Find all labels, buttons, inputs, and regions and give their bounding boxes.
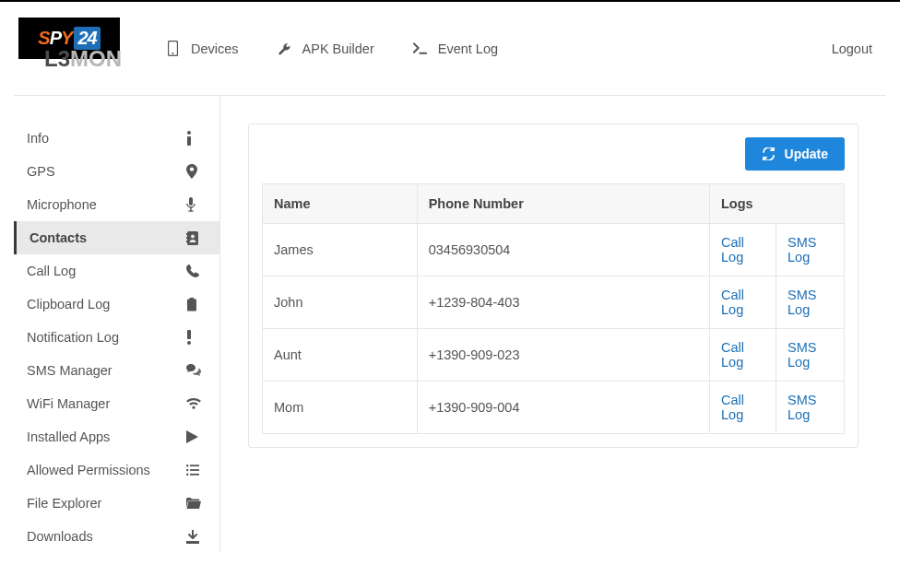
nav-event-log[interactable]: Event Log xyxy=(413,41,498,57)
comments-icon xyxy=(186,364,203,377)
svg-point-23 xyxy=(186,474,188,476)
sidebar-item-label: GPS xyxy=(27,164,55,179)
map-marker-icon xyxy=(186,164,203,179)
sidebar-item-allowed-permissions[interactable]: Allowed Permissions xyxy=(14,453,219,487)
cell-name: John xyxy=(263,276,418,329)
topnav: Devices APK Builder Event Log xyxy=(166,2,537,95)
sidebar-item-label: WiFi Manager xyxy=(27,396,110,411)
header: S P Y 24 L3MON Devices APK Builder Event… xyxy=(14,2,886,96)
nav-devices-label: Devices xyxy=(191,41,239,56)
clipboard-icon xyxy=(186,298,203,312)
svg-rect-25 xyxy=(186,541,199,544)
call-log-link[interactable]: Call Log xyxy=(721,288,744,317)
sidebar-item-installed-apps[interactable]: Installed Apps xyxy=(14,420,219,453)
nav-apk-label: APK Builder xyxy=(302,41,374,56)
sidebar-item-label: Call Log xyxy=(27,264,76,278)
sidebar-item-label: Contacts xyxy=(30,230,87,245)
call-log-link[interactable]: Call Log xyxy=(721,340,744,370)
contacts-card: Update Name Phone Number Logs James 0345… xyxy=(248,123,859,448)
wifi-icon xyxy=(186,398,203,409)
svg-point-5 xyxy=(190,167,194,171)
svg-rect-14 xyxy=(187,299,196,311)
svg-point-17 xyxy=(187,341,191,345)
col-phone: Phone Number xyxy=(417,184,709,224)
sidebar-item-label: File Explorer xyxy=(27,496,101,511)
cell-name: Mom xyxy=(263,382,418,434)
play-icon xyxy=(186,430,203,443)
table-row: John +1239-804-403 Call Log SMS Log xyxy=(263,276,845,329)
sidebar-item-label: Microphone xyxy=(27,197,97,212)
sidebar-item-notification-log[interactable]: Notification Log xyxy=(14,321,219,354)
table-row: Mom +1390-909-004 Call Log SMS Log xyxy=(263,382,845,434)
wrench-icon xyxy=(278,41,291,57)
table-row: Aunt +1390-909-023 Call Log SMS Log xyxy=(263,329,845,382)
svg-rect-12 xyxy=(186,237,188,239)
sidebar-item-clipboard-log[interactable]: Clipboard Log xyxy=(14,288,219,321)
sidebar-item-label: Notification Log xyxy=(27,330,119,345)
sidebar-item-file-explorer[interactable]: File Explorer xyxy=(14,487,219,520)
sidebar-item-microphone[interactable]: Microphone xyxy=(14,188,219,221)
sidebar: Info GPS Microphone Contacts Call Log xyxy=(14,96,220,553)
svg-point-1 xyxy=(172,53,174,54)
update-row: Update xyxy=(262,137,845,171)
svg-point-3 xyxy=(187,131,191,135)
microphone-icon xyxy=(186,197,203,212)
sidebar-item-info[interactable]: Info xyxy=(14,122,219,155)
mobile-icon xyxy=(166,41,180,57)
call-log-link[interactable]: Call Log xyxy=(721,235,744,265)
sms-log-link[interactable]: SMS Log xyxy=(788,288,816,317)
update-button-label: Update xyxy=(785,147,828,161)
folder-open-icon xyxy=(186,498,203,509)
sidebar-item-label: Clipboard Log xyxy=(27,297,110,312)
download-icon xyxy=(186,530,203,544)
svg-rect-24 xyxy=(190,474,199,476)
call-log-link[interactable]: Call Log xyxy=(721,393,744,422)
list-icon xyxy=(186,465,203,476)
sms-log-link[interactable]: SMS Log xyxy=(788,393,816,422)
svg-point-21 xyxy=(186,469,188,471)
sidebar-item-call-log[interactable]: Call Log xyxy=(14,254,219,288)
terminal-icon xyxy=(413,41,427,57)
nav-apk-builder[interactable]: APK Builder xyxy=(278,41,374,57)
sidebar-item-sms-manager[interactable]: SMS Manager xyxy=(14,354,219,387)
logout-link[interactable]: Logout xyxy=(832,2,872,95)
brand-mon: MON xyxy=(70,46,122,71)
phone-icon xyxy=(186,265,203,278)
brand-l3: L3 xyxy=(44,46,70,71)
svg-rect-13 xyxy=(186,241,188,242)
svg-rect-6 xyxy=(189,197,193,206)
sidebar-item-wifi-manager[interactable]: WiFi Manager xyxy=(14,387,219,420)
refresh-icon xyxy=(762,147,776,160)
sms-log-link[interactable]: SMS Log xyxy=(788,340,816,370)
sidebar-item-label: SMS Manager xyxy=(27,363,112,378)
info-icon xyxy=(186,131,203,146)
col-name: Name xyxy=(263,184,418,224)
brand: L3MON xyxy=(44,46,122,72)
svg-rect-11 xyxy=(186,233,188,235)
svg-point-19 xyxy=(186,465,188,466)
cell-name: James xyxy=(263,224,418,276)
cell-phone: +1239-804-403 xyxy=(417,276,709,329)
table-row: James 03456930504 Call Log SMS Log xyxy=(263,224,845,276)
logout-label: Logout xyxy=(832,41,872,56)
svg-rect-4 xyxy=(187,136,191,146)
cell-name: Aunt xyxy=(263,329,418,382)
update-button[interactable]: Update xyxy=(745,137,845,171)
svg-rect-20 xyxy=(190,465,199,466)
svg-rect-15 xyxy=(190,298,195,300)
sidebar-item-contacts[interactable]: Contacts xyxy=(14,221,219,254)
col-logs: Logs xyxy=(710,184,845,224)
svg-point-10 xyxy=(191,234,195,238)
nav-devices[interactable]: Devices xyxy=(166,41,239,57)
exclamation-icon xyxy=(186,330,203,345)
cell-phone: 03456930504 xyxy=(417,224,709,276)
table-header-row: Name Phone Number Logs xyxy=(263,184,845,224)
sidebar-item-label: Installed Apps xyxy=(27,429,110,444)
sidebar-item-label: Allowed Permissions xyxy=(27,463,150,477)
sms-log-link[interactable]: SMS Log xyxy=(788,235,816,265)
svg-rect-22 xyxy=(190,469,199,471)
sidebar-item-label: Info xyxy=(27,131,49,146)
sidebar-item-downloads[interactable]: Downloads xyxy=(14,520,219,553)
sidebar-item-gps[interactable]: GPS xyxy=(14,155,219,188)
nav-event-label: Event Log xyxy=(438,41,498,56)
